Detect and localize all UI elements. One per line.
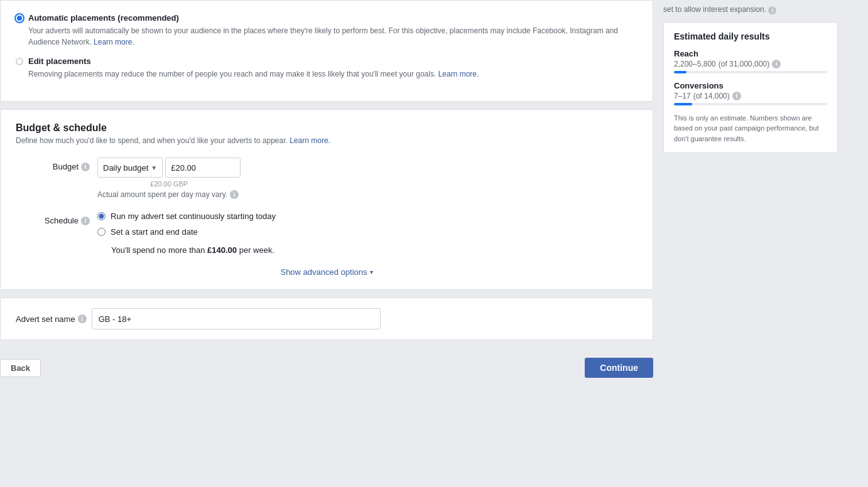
reach-progress-fill [674,71,686,73]
reach-info-icon[interactable]: i [772,60,781,68]
reach-progress-bar [674,71,827,73]
conversions-range: 7–17 (of 14,000) i [674,92,827,100]
budget-inputs: Daily budget ▼ [97,158,241,178]
reach-range: 2,200–5,800 (of 31,000,000) i [674,60,827,68]
budget-controls: Daily budget ▼ £20.00 GBP Actual amount … [97,158,241,199]
edit-placement-desc: Removing placements may reduce the numbe… [28,68,479,80]
advert-name-input[interactable] [92,308,381,329]
right-panel: set to allow interest expansion. i Estim… [653,0,848,487]
schedule-label: Schedule i [16,211,97,225]
show-advanced-link[interactable]: Show advanced options ▾ [280,267,372,277]
show-advanced-section: Show advanced options ▾ [16,267,637,277]
weekly-spend-amount: £140.00 [207,245,237,255]
automatic-learn-more-link[interactable]: Learn more. [94,38,134,46]
conversions-progress-bar [674,103,827,105]
automatic-placement-desc: Your adverts will automatically be shown… [28,25,637,48]
budget-row: Budget i Daily budget ▼ £20.00 GBP Actua… [16,158,637,199]
estimated-title: Estimated daily results [674,31,827,41]
reach-label: Reach [674,49,827,58]
budget-amount-input[interactable] [165,158,241,178]
budget-learn-more-link[interactable]: Learn more. [290,136,330,145]
actual-amount-info-icon[interactable]: i [230,190,239,199]
schedule-option-continuous-label: Run my advert set continuously starting … [111,211,276,221]
edit-placement-title: Edit placements [28,56,479,66]
conversions-progress-fill [674,103,692,105]
edit-placement-option[interactable]: Edit placements Removing placements may … [16,56,637,80]
schedule-options: Run my advert set continuously starting … [97,211,276,237]
estimated-panel: Estimated daily results Reach 2,200–5,80… [663,22,838,154]
schedule-option-dates[interactable]: Set a start and end date [97,227,276,237]
continue-button[interactable]: Continue [585,358,653,378]
schedule-radio-continuous[interactable] [97,212,106,220]
automatic-placement-title: Automatic placements (recommended) [28,13,637,23]
budget-subtext: £20.00 GBP [97,180,241,188]
schedule-controls: Run my advert set continuously starting … [97,211,276,255]
advert-name-info-icon[interactable]: i [78,314,87,323]
estimate-note: This is only an estimate. Numbers shown … [674,113,827,144]
actual-amount-text: Actual amount spent per day may vary. i [97,190,241,199]
budget-label: Budget i [16,158,97,171]
chevron-down-icon: ▾ [370,269,373,276]
placements-card: Automatic placements (recommended) Your … [0,0,653,102]
top-notice: set to allow interest expansion. i [663,0,838,22]
edit-placement-radio[interactable] [16,58,23,65]
back-button[interactable]: Back [0,359,41,377]
budget-schedule-desc: Define how much you'd like to spend, and… [16,136,637,145]
advert-name-row: Advert set name i [1,298,653,340]
schedule-info-icon[interactable]: i [81,217,90,225]
top-notice-info-icon[interactable]: i [768,6,776,14]
bottom-bar: Back Continue [0,348,653,388]
edit-learn-more-link[interactable]: Learn more. [438,70,479,78]
schedule-option-dates-label: Set a start and end date [111,227,198,237]
automatic-placement-option[interactable]: Automatic placements (recommended) Your … [16,13,637,48]
conversions-label: Conversions [674,81,827,90]
schedule-option-continuous[interactable]: Run my advert set continuously starting … [97,211,276,221]
advert-name-label: Advert set name i [16,314,87,324]
automatic-placement-radio[interactable] [16,14,23,22]
budget-type-dropdown[interactable]: Daily budget ▼ [97,158,163,178]
budget-info-icon[interactable]: i [81,163,90,171]
conversions-info-icon[interactable]: i [732,92,741,100]
schedule-radio-dates[interactable] [97,228,106,236]
weekly-spend-text: You'll spend no more than £140.00 per we… [97,245,276,255]
schedule-row: Schedule i Run my advert set continuousl… [16,211,637,255]
advert-set-name-card: Advert set name i [0,297,653,340]
budget-schedule-title: Budget & schedule [16,122,637,134]
budget-schedule-card: Budget & schedule Define how much you'd … [0,109,653,290]
